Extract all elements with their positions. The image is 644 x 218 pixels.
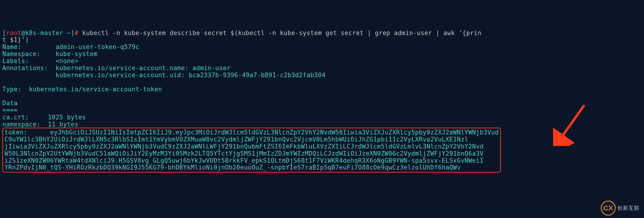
token-value: C9uYW1lc3BhY2UiOiJrdWJlLXN5c3RlbSIsImt1Y…: [4, 136, 468, 143]
token-highlight-box: token: eyJhbGciOiJSUzI1NiIsImtpZCI6IiJ9.…: [2, 128, 501, 172]
token-label: token:: [4, 129, 27, 136]
name-value: admin-user-token-q579c: [56, 43, 139, 50]
labels-value: <none>: [56, 58, 78, 64]
prompt-at: @: [22, 30, 25, 36]
data-separator: ====: [2, 107, 18, 114]
token-value: jIiwia3ViZXJuZXRlcy5pby9zZXJ2aWNlYWNjb3V…: [4, 143, 484, 150]
watermark-badge-icon: CX: [601, 200, 616, 216]
data-label: Data: [2, 100, 18, 107]
namespace-value: kube-system: [56, 50, 98, 58]
annotations-value-1: kubernetes.io/service-account.name: admi…: [56, 64, 230, 72]
prompt-bracket-close: ]: [71, 30, 74, 36]
labels-label: Labels:: [2, 58, 29, 64]
token-value: iZS1zeXN0ZW06YWRtaW4tdXNlciJ9.H5GSV8vg_G…: [4, 157, 484, 164]
annotations-value-2: kubernetes.io/service-account.uid: bca23…: [56, 72, 326, 79]
namespace-size-value: 11 bytes: [48, 121, 78, 128]
watermark: CX 创新互联: [601, 200, 640, 216]
namespace-label: Namespace:: [2, 50, 40, 58]
token-value: eyJhbGciOiJSUzI1NiIsImtpZCI6IiJ9.eyJpc3M…: [50, 129, 499, 136]
command-text-cont: t $1}'): [2, 36, 29, 43]
cacrt-label: ca.crt:: [2, 114, 29, 121]
prompt-host: k8s-master: [25, 30, 63, 36]
token-value: YRnZPdvIjN0_tQS-YHiROzRkzbDQ39kNGI9J55KG…: [4, 164, 461, 171]
prompt-cwd: ~: [67, 30, 71, 36]
type-label: Type:: [2, 86, 22, 93]
prompt-bracket-open: [: [2, 30, 6, 36]
prompt-user: root: [6, 30, 22, 36]
namespace-size-label: namespace:: [2, 121, 40, 128]
cacrt-value: 1025 bytes: [48, 114, 86, 121]
prompt-symbol: #: [74, 30, 78, 36]
watermark-text: 创新互联: [617, 205, 640, 211]
command-text: kubectl -n kube-system describe secret $…: [82, 30, 481, 36]
type-value: kubernetes.io/service-account-token: [29, 86, 162, 93]
annotations-label: Annotations:: [2, 64, 48, 72]
terminal-output[interactable]: [root@k8s-master ~]# kubectl -n kube-sys…: [2, 30, 642, 173]
name-label: Name:: [2, 43, 22, 50]
token-value: W50L3NlcnZpY2UtYWNjb3VudC51aWQiOiJiY2EyM…: [4, 150, 484, 157]
